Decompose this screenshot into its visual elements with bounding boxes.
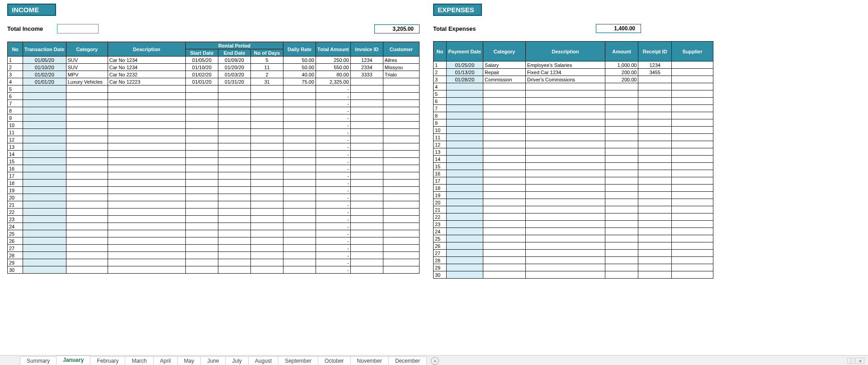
cell[interactable]: [108, 237, 185, 245]
cell-sd[interactable]: 01/05/20: [185, 57, 218, 64]
cell[interactable]: [526, 242, 605, 250]
cell[interactable]: [446, 199, 483, 206]
cell[interactable]: [185, 114, 218, 122]
table-row[interactable]: 11-: [8, 129, 420, 136]
cell[interactable]: [251, 151, 283, 158]
cell[interactable]: [483, 127, 526, 134]
cell-no[interactable]: 19: [8, 187, 23, 194]
cell-amt[interactable]: -: [316, 129, 351, 136]
cell[interactable]: [605, 250, 638, 257]
cell[interactable]: [383, 100, 419, 107]
cell[interactable]: [185, 122, 218, 129]
tab-december[interactable]: December: [388, 356, 427, 365]
th-rate[interactable]: Daily Rate: [283, 42, 316, 57]
table-row[interactable]: 24-: [8, 223, 420, 230]
table-row[interactable]: 11: [434, 134, 713, 141]
cell[interactable]: [383, 259, 419, 266]
cell[interactable]: [23, 237, 66, 245]
cell[interactable]: [218, 209, 250, 216]
cell-no[interactable]: 25: [8, 230, 23, 237]
cell-amt[interactable]: -: [316, 245, 351, 252]
cell[interactable]: [185, 172, 218, 180]
cell[interactable]: [638, 148, 672, 156]
cell[interactable]: [23, 266, 66, 274]
cell[interactable]: [383, 245, 419, 252]
cell[interactable]: [66, 143, 108, 151]
cell[interactable]: [185, 259, 218, 266]
cell[interactable]: [251, 266, 283, 274]
table-row[interactable]: 13: [434, 148, 713, 156]
cell[interactable]: [526, 148, 605, 156]
table-row[interactable]: 12: [434, 141, 713, 148]
cell[interactable]: [66, 237, 108, 245]
cell[interactable]: [483, 235, 526, 242]
cell[interactable]: [483, 119, 526, 127]
cell[interactable]: [251, 114, 283, 122]
cell[interactable]: [251, 216, 283, 223]
cell[interactable]: [638, 250, 672, 257]
table-row[interactable]: 14-: [8, 151, 420, 158]
cell[interactable]: [251, 230, 283, 237]
cell[interactable]: [446, 163, 483, 170]
cell[interactable]: [605, 112, 638, 119]
tab-april[interactable]: April: [153, 356, 178, 365]
cell-desc[interactable]: Driver's Commissions: [526, 76, 605, 83]
cell[interactable]: [218, 201, 250, 209]
cell[interactable]: [66, 107, 108, 114]
cell[interactable]: [638, 170, 672, 177]
cell[interactable]: [383, 237, 419, 245]
cell[interactable]: [446, 213, 483, 221]
cell[interactable]: [283, 158, 316, 165]
cell-amt[interactable]: 200.00: [605, 69, 638, 76]
cell-rec[interactable]: [638, 76, 672, 83]
cell-inv[interactable]: 1234: [350, 57, 383, 64]
cell[interactable]: [108, 93, 185, 100]
cell[interactable]: [350, 259, 383, 266]
cell[interactable]: [638, 228, 672, 235]
cell[interactable]: [446, 98, 483, 105]
cell[interactable]: [483, 112, 526, 119]
cell[interactable]: [185, 194, 218, 201]
cell[interactable]: [605, 105, 638, 112]
cell[interactable]: [638, 264, 672, 271]
cell[interactable]: [23, 194, 66, 201]
cell[interactable]: [350, 209, 383, 216]
cell-no[interactable]: 2: [434, 69, 447, 76]
table-row[interactable]: 6: [434, 98, 713, 105]
cell[interactable]: [383, 180, 419, 187]
cell[interactable]: [218, 165, 250, 172]
cell[interactable]: [66, 216, 108, 223]
cell[interactable]: [383, 187, 419, 194]
table-row[interactable]: 6-: [8, 93, 420, 100]
th-days[interactable]: No of Days: [251, 49, 283, 57]
cell-no[interactable]: 18: [8, 180, 23, 187]
th-sd[interactable]: Start Date: [185, 49, 218, 57]
cell-no[interactable]: 30: [8, 266, 23, 274]
table-row[interactable]: 14: [434, 156, 713, 163]
cell[interactable]: [638, 177, 672, 185]
cell[interactable]: [66, 259, 108, 266]
th-desc[interactable]: Description: [108, 42, 185, 57]
cell[interactable]: [350, 201, 383, 209]
cell[interactable]: [108, 85, 185, 93]
cell[interactable]: [671, 264, 713, 271]
cell[interactable]: [218, 158, 250, 165]
cell-no[interactable]: 5: [434, 90, 447, 98]
cell-cat[interactable]: Salary: [483, 62, 526, 69]
table-row[interactable]: 25: [434, 235, 713, 242]
cell[interactable]: [251, 122, 283, 129]
cell-no[interactable]: 23: [8, 216, 23, 223]
cell[interactable]: [185, 216, 218, 223]
table-row[interactable]: 28: [434, 257, 713, 264]
cell-no[interactable]: 28: [8, 252, 23, 259]
cell[interactable]: [283, 201, 316, 209]
cell[interactable]: [446, 170, 483, 177]
cell-no[interactable]: 15: [434, 163, 447, 170]
cell[interactable]: [283, 165, 316, 172]
cell-no[interactable]: 9: [434, 119, 447, 127]
cell[interactable]: [671, 250, 713, 257]
table-row[interactable]: 301/02/20MPVCar No 223201/02/2001/03/202…: [8, 71, 420, 78]
cell[interactable]: [638, 199, 672, 206]
cell-no[interactable]: 19: [434, 192, 447, 199]
cell-inv[interactable]: 3333: [350, 71, 383, 78]
